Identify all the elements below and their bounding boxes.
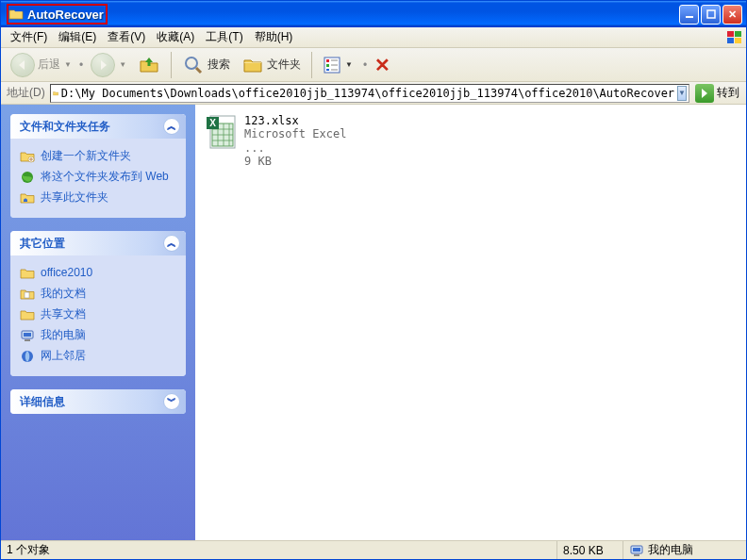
svg-rect-3 [735, 31, 741, 37]
other-label: 我的文档 [41, 287, 86, 301]
forward-arrow-icon [91, 53, 115, 77]
folder-icon [8, 7, 24, 22]
file-type: Microsoft Excel ... [244, 127, 359, 155]
shared-folder-icon [20, 307, 35, 322]
menu-view[interactable]: 查看(V) [102, 27, 151, 47]
chevron-up-icon: ︽ [163, 118, 180, 135]
other-label: 我的电脑 [41, 328, 86, 342]
other-label: 共享文档 [41, 307, 86, 321]
folders-icon [241, 54, 264, 76]
menu-bar: 文件(F) 编辑(E) 查看(V) 收藏(A) 工具(T) 帮助(H) [1, 27, 746, 48]
status-location-text: 我的电脑 [648, 542, 693, 558]
other-places-box: 其它位置 ︽ office2010 我的文档 共享文档 我的电 [10, 231, 186, 376]
computer-icon [20, 328, 35, 343]
delete-button[interactable]: ✕ [371, 51, 394, 79]
go-button[interactable]: 转到 [692, 84, 742, 103]
folders-label: 文件夹 [267, 57, 301, 73]
chevron-down-icon: ▼ [119, 60, 126, 69]
search-label: 搜索 [208, 57, 230, 73]
address-dropdown-button[interactable]: ▼ [677, 86, 687, 101]
other-my-computer[interactable]: 我的电脑 [20, 325, 176, 346]
up-button[interactable] [134, 51, 164, 79]
chevron-down-icon: ︾ [163, 393, 180, 410]
address-field[interactable]: D:\My Documents\Downloads\office2010jjb_… [50, 84, 689, 103]
views-button[interactable]: ▼ [319, 51, 357, 79]
address-label: 地址(D) [5, 85, 47, 101]
folders-button[interactable]: 文件夹 [238, 51, 305, 79]
task-label: 将这个文件夹发布到 Web [41, 170, 169, 184]
title-bar: AutoRecover ✕ [1, 1, 746, 27]
search-icon [182, 54, 205, 76]
task-new-folder[interactable]: 创建一个新文件夹 [20, 146, 176, 167]
views-icon [323, 56, 341, 74]
tasks-header[interactable]: 文件和文件夹任务 ︽ [10, 114, 186, 139]
share-folder-icon [20, 190, 35, 206]
side-panel: 文件和文件夹任务 ︽ 创建一个新文件夹 将这个文件夹发布到 Web 共享此文件夹 [1, 105, 195, 540]
svg-rect-8 [326, 59, 329, 62]
go-label: 转到 [717, 85, 739, 101]
tasks-title: 文件和文件夹任务 [20, 119, 110, 135]
minimize-button[interactable] [679, 5, 699, 25]
up-folder-icon [138, 54, 160, 76]
file-item-text: 123.xlsx Microsoft Excel ... 9 KB [244, 114, 359, 169]
chevron-down-icon: ▼ [64, 60, 72, 69]
menu-edit[interactable]: 编辑(E) [53, 27, 102, 47]
file-item[interactable]: X 123.xlsx Microsoft Excel ... 9 KB [203, 112, 361, 171]
svg-rect-1 [707, 10, 715, 18]
delete-x-icon: ✕ [374, 54, 390, 76]
status-size-text: 8.50 KB [563, 544, 604, 557]
svg-rect-5 [735, 38, 741, 43]
other-label: 网上邻居 [41, 349, 86, 363]
tasks-box: 文件和文件夹任务 ︽ 创建一个新文件夹 将这个文件夹发布到 Web 共享此文件夹 [10, 114, 186, 218]
other-my-documents[interactable]: 我的文档 [20, 284, 176, 305]
other-shared-documents[interactable]: 共享文档 [20, 305, 176, 325]
menu-tools[interactable]: 工具(T) [200, 27, 248, 47]
svg-rect-4 [727, 38, 734, 43]
close-button[interactable]: ✕ [722, 5, 742, 25]
toolbar: 后退 ▼ • ▼ 搜索 文件夹 ▼ • ✕ [1, 48, 746, 82]
documents-icon [20, 287, 35, 302]
task-share-folder[interactable]: 共享此文件夹 [20, 188, 176, 208]
svg-rect-24 [634, 554, 639, 556]
other-office2010[interactable]: office2010 [20, 263, 176, 284]
window-title: AutoRecover [27, 8, 104, 22]
status-size: 8.50 KB [557, 541, 623, 559]
forward-button[interactable]: ▼ [87, 51, 130, 79]
status-location: 我的电脑 [623, 541, 746, 559]
chevron-down-icon: ▼ [345, 60, 353, 69]
task-publish-web[interactable]: 将这个文件夹发布到 Web [20, 167, 176, 188]
chevron-up-icon: ︽ [163, 235, 180, 252]
svg-rect-15 [24, 333, 31, 337]
task-label: 共享此文件夹 [41, 190, 108, 205]
windows-flag-icon [725, 28, 744, 47]
maximize-button[interactable] [701, 5, 721, 25]
svg-rect-13 [25, 292, 29, 298]
details-title: 详细信息 [20, 394, 65, 410]
network-icon [20, 349, 35, 364]
menu-file[interactable]: 文件(F) [5, 27, 53, 47]
other-places-header[interactable]: 其它位置 ︽ [10, 231, 186, 255]
file-list-pane[interactable]: X 123.xlsx Microsoft Excel ... 9 KB [195, 105, 746, 540]
globe-icon [20, 170, 35, 185]
other-label: office2010 [41, 266, 92, 280]
svg-rect-16 [25, 339, 30, 341]
search-button[interactable]: 搜索 [178, 51, 234, 79]
menu-help[interactable]: 帮助(H) [249, 27, 299, 47]
other-network[interactable]: 网上邻居 [20, 346, 176, 367]
details-box: 详细信息 ︾ [10, 389, 186, 414]
address-bar: 地址(D) D:\My Documents\Downloads\office20… [1, 82, 746, 105]
details-header[interactable]: 详细信息 ︾ [10, 389, 186, 414]
back-arrow-icon [10, 53, 35, 77]
status-bar: 1 个对象 8.50 KB 我的电脑 [1, 540, 746, 559]
address-text: D:\My Documents\Downloads\office2010jjb_… [61, 87, 674, 100]
new-folder-icon [20, 149, 35, 164]
back-button[interactable]: 后退 ▼ [7, 51, 75, 79]
status-count-text: 1 个对象 [7, 542, 50, 558]
svg-rect-0 [686, 16, 693, 18]
title-highlighted-region: AutoRecover [7, 4, 108, 25]
svg-rect-9 [326, 64, 329, 67]
computer-icon [629, 543, 644, 558]
svg-rect-2 [727, 31, 734, 37]
menu-favorites[interactable]: 收藏(A) [151, 27, 200, 47]
go-arrow-icon [695, 84, 714, 103]
